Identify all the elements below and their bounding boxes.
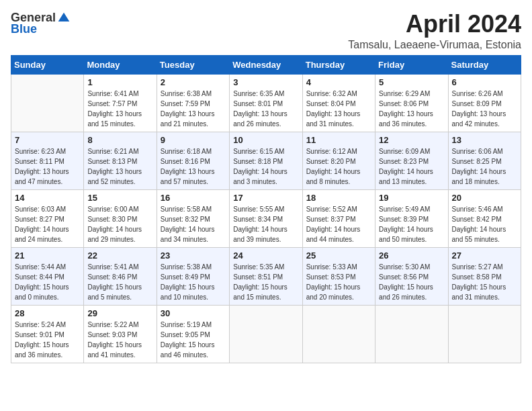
- day-number: 29: [87, 308, 152, 318]
- weekday-header-friday: Friday: [375, 55, 448, 74]
- calendar-cell: 12Sunrise: 6:09 AMSunset: 8:23 PMDayligh…: [375, 132, 448, 189]
- title-block: April 2024 Tamsalu, Laeaene-Virumaa, Est…: [348, 11, 521, 51]
- day-number: 20: [452, 193, 517, 203]
- calendar-cell: [448, 305, 521, 363]
- day-info: Sunrise: 5:52 AMSunset: 8:37 PMDaylight:…: [306, 204, 371, 244]
- calendar-week-row: 1Sunrise: 6:41 AMSunset: 7:57 PMDaylight…: [11, 74, 521, 132]
- day-number: 26: [379, 250, 444, 261]
- day-info: Sunrise: 5:33 AMSunset: 8:53 PMDaylight:…: [306, 262, 371, 302]
- day-info: Sunrise: 5:41 AMSunset: 8:46 PMDaylight:…: [87, 262, 152, 302]
- logo-blue-text: Blue: [11, 22, 37, 36]
- day-info: Sunrise: 6:23 AMSunset: 8:11 PMDaylight:…: [15, 146, 80, 187]
- calendar-cell: 28Sunrise: 5:24 AMSunset: 9:01 PMDayligh…: [11, 305, 84, 363]
- day-number: 25: [306, 250, 371, 261]
- day-number: 19: [379, 193, 444, 203]
- day-info: Sunrise: 6:09 AMSunset: 8:23 PMDaylight:…: [379, 146, 444, 187]
- day-info: Sunrise: 6:35 AMSunset: 8:01 PMDaylight:…: [233, 89, 298, 129]
- day-info: Sunrise: 6:21 AMSunset: 8:13 PMDaylight:…: [87, 146, 152, 187]
- day-number: 6: [452, 77, 517, 87]
- calendar-week-row: 28Sunrise: 5:24 AMSunset: 9:01 PMDayligh…: [11, 305, 521, 363]
- day-number: 23: [161, 250, 226, 261]
- day-info: Sunrise: 6:15 AMSunset: 8:18 PMDaylight:…: [233, 146, 298, 187]
- day-number: 28: [15, 308, 80, 318]
- day-number: 22: [87, 250, 152, 261]
- day-number: 15: [87, 193, 152, 203]
- day-number: 4: [306, 77, 371, 87]
- calendar-cell: 22Sunrise: 5:41 AMSunset: 8:46 PMDayligh…: [84, 247, 157, 305]
- day-info: Sunrise: 5:49 AMSunset: 8:39 PMDaylight:…: [379, 204, 444, 244]
- day-info: Sunrise: 6:06 AMSunset: 8:25 PMDaylight:…: [452, 146, 517, 187]
- day-info: Sunrise: 5:38 AMSunset: 8:49 PMDaylight:…: [161, 262, 226, 302]
- day-number: 12: [379, 135, 444, 145]
- logo-icon: [57, 11, 71, 25]
- weekday-header-sunday: Sunday: [11, 55, 84, 74]
- day-info: Sunrise: 5:44 AMSunset: 8:44 PMDaylight:…: [15, 262, 80, 302]
- day-info: Sunrise: 5:22 AMSunset: 9:03 PMDaylight:…: [87, 320, 152, 360]
- calendar-cell: 7Sunrise: 6:23 AMSunset: 8:11 PMDaylight…: [11, 132, 84, 189]
- day-info: Sunrise: 6:18 AMSunset: 8:16 PMDaylight:…: [161, 146, 226, 187]
- day-number: 21: [15, 250, 80, 261]
- weekday-header-wednesday: Wednesday: [230, 55, 302, 74]
- calendar-cell: 1Sunrise: 6:41 AMSunset: 7:57 PMDaylight…: [84, 74, 157, 132]
- day-number: 2: [161, 77, 226, 87]
- calendar-week-row: 14Sunrise: 6:03 AMSunset: 8:27 PMDayligh…: [11, 189, 521, 247]
- day-info: Sunrise: 6:12 AMSunset: 8:20 PMDaylight:…: [306, 146, 371, 187]
- calendar-cell: 17Sunrise: 5:55 AMSunset: 8:34 PMDayligh…: [230, 189, 302, 247]
- calendar-body: 1Sunrise: 6:41 AMSunset: 7:57 PMDaylight…: [11, 74, 521, 363]
- day-info: Sunrise: 5:27 AMSunset: 8:58 PMDaylight:…: [452, 262, 517, 302]
- calendar-cell: [375, 305, 448, 363]
- day-info: Sunrise: 5:35 AMSunset: 8:51 PMDaylight:…: [233, 262, 298, 302]
- location-title: Tamsalu, Laeaene-Virumaa, Estonia: [348, 39, 521, 51]
- calendar-cell: 6Sunrise: 6:26 AMSunset: 8:09 PMDaylight…: [448, 74, 521, 132]
- day-number: 17: [233, 193, 298, 203]
- day-number: 7: [15, 135, 80, 145]
- day-number: 24: [233, 250, 298, 261]
- calendar-cell: 8Sunrise: 6:21 AMSunset: 8:13 PMDaylight…: [84, 132, 157, 189]
- day-number: 5: [379, 77, 444, 87]
- day-info: Sunrise: 5:58 AMSunset: 8:32 PMDaylight:…: [161, 204, 226, 244]
- day-number: 13: [452, 135, 517, 145]
- day-info: Sunrise: 6:26 AMSunset: 8:09 PMDaylight:…: [452, 89, 517, 129]
- day-number: 3: [233, 77, 298, 87]
- calendar-cell: 26Sunrise: 5:30 AMSunset: 8:56 PMDayligh…: [375, 247, 448, 305]
- svg-marker-0: [58, 12, 70, 21]
- calendar-cell: [230, 305, 302, 363]
- calendar-cell: 20Sunrise: 5:46 AMSunset: 8:42 PMDayligh…: [448, 189, 521, 247]
- calendar-table: SundayMondayTuesdayWednesdayThursdayFrid…: [11, 55, 521, 363]
- calendar-cell: 25Sunrise: 5:33 AMSunset: 8:53 PMDayligh…: [302, 247, 375, 305]
- weekday-header-thursday: Thursday: [302, 55, 375, 74]
- day-number: 14: [15, 193, 80, 203]
- day-info: Sunrise: 6:03 AMSunset: 8:27 PMDaylight:…: [15, 204, 80, 244]
- page-header: General Blue April 2024 Tamsalu, Laeaene…: [11, 11, 521, 51]
- day-number: 8: [87, 135, 152, 145]
- day-info: Sunrise: 5:19 AMSunset: 9:05 PMDaylight:…: [161, 320, 226, 360]
- day-info: Sunrise: 5:30 AMSunset: 8:56 PMDaylight:…: [379, 262, 444, 302]
- logo: General Blue: [11, 11, 71, 36]
- calendar-cell: 11Sunrise: 6:12 AMSunset: 8:20 PMDayligh…: [302, 132, 375, 189]
- day-number: 1: [87, 77, 152, 87]
- calendar-cell: 19Sunrise: 5:49 AMSunset: 8:39 PMDayligh…: [375, 189, 448, 247]
- calendar-cell: 9Sunrise: 6:18 AMSunset: 8:16 PMDaylight…: [157, 132, 229, 189]
- day-number: 10: [233, 135, 298, 145]
- day-number: 11: [306, 135, 371, 145]
- weekday-header-tuesday: Tuesday: [157, 55, 229, 74]
- calendar-cell: [11, 74, 84, 132]
- calendar-cell: 15Sunrise: 6:00 AMSunset: 8:30 PMDayligh…: [84, 189, 157, 247]
- day-number: 16: [161, 193, 226, 203]
- calendar-cell: 14Sunrise: 6:03 AMSunset: 8:27 PMDayligh…: [11, 189, 84, 247]
- calendar-cell: 4Sunrise: 6:32 AMSunset: 8:04 PMDaylight…: [302, 74, 375, 132]
- calendar-cell: 29Sunrise: 5:22 AMSunset: 9:03 PMDayligh…: [84, 305, 157, 363]
- calendar-cell: 21Sunrise: 5:44 AMSunset: 8:44 PMDayligh…: [11, 247, 84, 305]
- weekday-header-saturday: Saturday: [448, 55, 521, 74]
- calendar-cell: 23Sunrise: 5:38 AMSunset: 8:49 PMDayligh…: [157, 247, 229, 305]
- calendar-week-row: 7Sunrise: 6:23 AMSunset: 8:11 PMDaylight…: [11, 132, 521, 189]
- day-info: Sunrise: 6:29 AMSunset: 8:06 PMDaylight:…: [379, 89, 444, 129]
- calendar-cell: 5Sunrise: 6:29 AMSunset: 8:06 PMDaylight…: [375, 74, 448, 132]
- day-info: Sunrise: 5:46 AMSunset: 8:42 PMDaylight:…: [452, 204, 517, 244]
- calendar-cell: 2Sunrise: 6:38 AMSunset: 7:59 PMDaylight…: [157, 74, 229, 132]
- calendar-cell: 18Sunrise: 5:52 AMSunset: 8:37 PMDayligh…: [302, 189, 375, 247]
- day-number: 9: [161, 135, 226, 145]
- day-info: Sunrise: 5:55 AMSunset: 8:34 PMDaylight:…: [233, 204, 298, 244]
- calendar-cell: 16Sunrise: 5:58 AMSunset: 8:32 PMDayligh…: [157, 189, 229, 247]
- day-number: 27: [452, 250, 517, 261]
